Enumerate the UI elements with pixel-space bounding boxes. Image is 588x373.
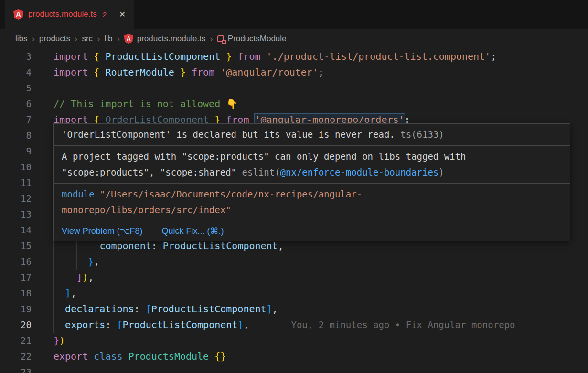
line-content: [43, 364, 588, 373]
hover-messages: 'OrderListComponent' is declared but its…: [54, 124, 570, 221]
editor[interactable]: 3import { ProductListComponent } from '.…: [0, 49, 588, 373]
line-number[interactable]: 7: [0, 112, 43, 128]
code-token: ,: [278, 240, 284, 252]
breadcrumb-item-products.module.ts[interactable]: products.module.ts: [124, 34, 206, 44]
hover-text: module: [62, 189, 95, 199]
line-number[interactable]: 20: [0, 317, 43, 333]
code-line-17[interactable]: 17 ]),: [0, 270, 588, 285]
code-line-3[interactable]: 3import { ProductListComponent } from '.…: [0, 49, 588, 65]
line-number[interactable]: 11: [0, 175, 43, 191]
line-number[interactable]: 12: [0, 191, 43, 207]
eslint-rule-link[interactable]: @nx/enforce-module-boundaries: [280, 167, 439, 177]
code-line-4[interactable]: 4import { RouterModule } from '@angular/…: [0, 65, 588, 80]
code-token: class: [94, 351, 128, 362]
line-number[interactable]: 22: [0, 349, 43, 364]
code-token: export: [53, 351, 94, 362]
breadcrumb-separator: ›: [32, 33, 35, 44]
breadcrumb-item-src[interactable]: src: [82, 34, 93, 44]
hover-text: 'OrderListComponent' is declared but its…: [62, 129, 395, 140]
line-number[interactable]: 13: [0, 207, 43, 222]
line-number[interactable]: 6: [0, 96, 43, 112]
view-problem-action[interactable]: View Problem (⌥F8): [62, 226, 142, 236]
code-token: ,: [88, 272, 94, 283]
code-line-20[interactable]: 20 exports: [ProductListComponent],You, …: [0, 317, 588, 333]
code-token: [: [117, 319, 122, 330]
breadcrumb-separator: ›: [117, 33, 119, 44]
quick-fix-action[interactable]: Quick Fix... (⌘.): [161, 226, 224, 236]
line-number[interactable]: 14: [0, 222, 43, 238]
code-token: ,: [94, 256, 99, 267]
code-token: 👇: [226, 98, 238, 110]
code-token: ProductsModule: [128, 351, 215, 362]
code-token: RouterModule: [105, 66, 174, 78]
line-content: ]),: [43, 270, 588, 285]
hover-text: eslint(: [242, 167, 280, 177]
line-number[interactable]: 19: [0, 301, 43, 317]
indent-guide: [65, 254, 76, 270]
line-number[interactable]: 5: [0, 80, 43, 96]
hover-message: A project tagged with "scope:products" c…: [54, 145, 570, 183]
code-token: declarations: [65, 303, 134, 315]
code-token: }: [88, 256, 94, 267]
line-number[interactable]: 3: [0, 49, 43, 65]
hover-message: module "/Users/isaac/Documents/code/nx-r…: [54, 183, 570, 221]
line-content: // This import is not allowed 👇: [43, 96, 588, 112]
code-token: ProductListComponent: [123, 319, 238, 330]
code-token: {: [94, 66, 105, 78]
code-token: from: [186, 66, 220, 78]
git-blame-annotation: You, 2 minutes ago • Fix Angular monorep…: [291, 319, 515, 330]
code-line-23[interactable]: 23: [0, 364, 588, 373]
line-number[interactable]: 21: [0, 333, 43, 349]
line-number[interactable]: 18: [0, 285, 43, 301]
close-icon[interactable]: ✕: [119, 10, 126, 20]
code-token: :: [134, 303, 146, 315]
line-number[interactable]: 10: [0, 159, 43, 175]
hover-text: ): [438, 167, 444, 177]
line-content: import { ProductListComponent } from './…: [43, 49, 588, 65]
breadcrumb-item-libs[interactable]: libs: [15, 34, 28, 44]
code-token: }: [53, 335, 59, 346]
code-token: {}: [214, 351, 226, 362]
tab-products-module[interactable]: products.module.ts 2 ✕: [5, 0, 134, 29]
code-token: ]: [267, 303, 272, 315]
indent-guide: [53, 301, 65, 317]
code-token: }: [220, 51, 232, 62]
breadcrumb-label: ProductsModule: [228, 34, 287, 44]
breadcrumb-item-products[interactable]: products: [39, 34, 70, 44]
hover-popup: 'OrderListComponent' is declared but its…: [53, 123, 570, 241]
code-token: from: [232, 51, 266, 62]
indent-guide: [76, 254, 88, 270]
line-number[interactable]: 4: [0, 65, 43, 80]
breadcrumb-label: src: [82, 34, 93, 44]
code-token: :: [151, 240, 163, 252]
line-number[interactable]: 9: [0, 143, 43, 159]
code-line-5[interactable]: 5: [0, 80, 588, 96]
line-number[interactable]: 16: [0, 254, 43, 270]
code-token: ): [59, 335, 65, 346]
code-token: ProductListComponent: [163, 240, 278, 252]
code-token: './product-list/product-list.component': [267, 51, 491, 62]
breadcrumb-label: products: [39, 34, 70, 44]
indent-guide: [53, 254, 65, 270]
code-token: ]: [65, 287, 71, 299]
breadcrumb-item-ProductsModule[interactable]: ProductsModule: [217, 34, 287, 44]
line-number[interactable]: 8: [0, 128, 43, 143]
code-token: import: [53, 66, 94, 78]
code-line-21[interactable]: 21}): [0, 333, 588, 349]
code-line-6[interactable]: 6// This import is not allowed 👇: [0, 96, 588, 112]
code-line-18[interactable]: 18 ],: [0, 285, 588, 301]
code-token: {: [94, 51, 105, 62]
code-line-16[interactable]: 16 },: [0, 254, 588, 270]
breadcrumb-item-lib[interactable]: lib: [104, 34, 112, 44]
code-token: ;: [318, 66, 324, 78]
line-number[interactable]: 17: [0, 270, 43, 285]
indent-guide: [53, 285, 65, 301]
code-token: ,: [272, 303, 278, 315]
line-number[interactable]: 23: [0, 364, 43, 373]
line-number[interactable]: 15: [0, 238, 43, 254]
code-line-19[interactable]: 19 declarations: [ProductListComponent],: [0, 301, 588, 317]
code-line-22[interactable]: 22export class ProductsModule {}: [0, 349, 588, 364]
code-token: '@angular/router': [220, 66, 318, 78]
code-token: :: [105, 319, 117, 330]
indent-guide: [65, 270, 76, 285]
